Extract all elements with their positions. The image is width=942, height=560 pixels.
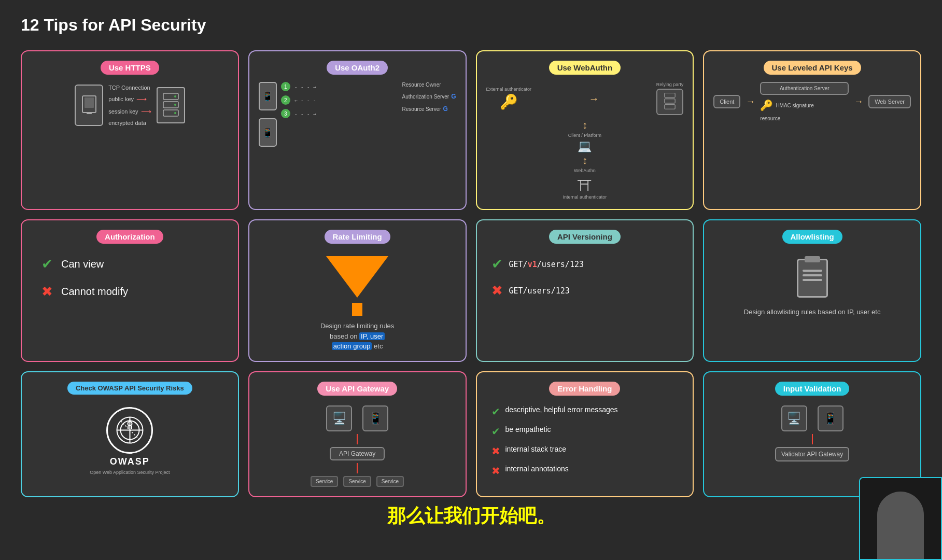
phone-icon-2: 📱 bbox=[259, 118, 277, 147]
svg-rect-10 bbox=[665, 99, 675, 103]
clipboard-icon bbox=[797, 259, 828, 298]
oauth2-servers: Resource Owner Authorization Server G Re… bbox=[402, 82, 456, 113]
iv-icon-2: 📱 bbox=[818, 405, 843, 431]
auth-server: Authorization Server G bbox=[402, 93, 456, 100]
gw-top-icons: 🖥️ 📱 bbox=[326, 405, 388, 431]
webcam-overlay bbox=[859, 477, 942, 560]
error-item-1: ✔ descriptive, helpful error messages bbox=[491, 405, 679, 418]
version-list: ✔ GET/v1/users/123 ✖ GET/users/123 bbox=[486, 251, 684, 304]
wa-external: External authenticator 🔑 bbox=[486, 87, 532, 110]
sessionkey-arrow: ⟶ bbox=[141, 107, 151, 116]
ak-key-icon: 🔑 bbox=[760, 99, 773, 111]
subtitle: 那么让我们开始吧。 bbox=[387, 503, 555, 529]
card-apigateway: Use API Gateway 🖥️ 📱 API Gateway Service… bbox=[248, 371, 467, 497]
wa-arrow-down: ↕ bbox=[582, 119, 587, 131]
gw-icon-1: 🖥️ bbox=[326, 405, 352, 431]
svg-point-6 bbox=[174, 95, 176, 97]
error-text-4: internal annotations bbox=[505, 465, 569, 473]
card-title-oauth2: Use OAuth2 bbox=[327, 61, 388, 75]
apikeys-diagram: Client → Authentication Server 🔑 HMAC si… bbox=[713, 82, 911, 121]
iv-icon-1: 🖥️ bbox=[781, 405, 807, 431]
wa-relying-server bbox=[656, 89, 684, 115]
step-circle-2: 2 bbox=[281, 95, 290, 105]
ak-authserver-label: Authentication Server bbox=[780, 86, 829, 91]
version-good-text: GET/v1/users/123 bbox=[509, 260, 584, 269]
wa-key-icon: 🔑 bbox=[486, 93, 532, 110]
page-title: 12 Tips for API Security bbox=[21, 16, 921, 35]
gw-service-2: Service bbox=[343, 476, 371, 487]
gw-line-top bbox=[357, 434, 358, 444]
auth-item-view: ✔ Can view bbox=[41, 256, 229, 272]
card-title-apikeys: Use Leveled API Keys bbox=[764, 61, 861, 75]
auth-list: ✔ Can view ✖ Cannot modify bbox=[31, 256, 229, 300]
step-circle-3: 3 bbox=[281, 109, 290, 118]
svg-rect-1 bbox=[85, 97, 94, 108]
iv-validator-box: Validator API Gateway bbox=[775, 447, 849, 461]
check-icon-version: ✔ bbox=[491, 256, 503, 272]
gw-service-3: Service bbox=[376, 476, 404, 487]
resource-server: Resource Server G bbox=[402, 105, 456, 113]
card-title-webauthn: Use WebAuthn bbox=[549, 61, 621, 75]
card-title-https: Use HTTPS bbox=[101, 61, 159, 75]
card-authorization: Authorization ✔ Can view ✖ Cannot modify bbox=[21, 219, 239, 362]
svg-rect-2 bbox=[87, 113, 92, 114]
step-1: 1 - - - → bbox=[281, 82, 398, 91]
step-circle-1: 1 bbox=[281, 82, 290, 91]
card-errorhandling: Error Handling ✔ descriptive, helpful er… bbox=[476, 371, 694, 497]
version-item-good: ✔ GET/v1/users/123 bbox=[491, 256, 679, 272]
card-title-inputval: Input Validation bbox=[775, 382, 850, 396]
owasp-sub: Open Web Application Security Project bbox=[90, 470, 170, 475]
card-use-https: Use HTTPS TCP Connection public key ⟶ se… bbox=[21, 50, 239, 210]
wa-middle: ↕ Client / Platform 💻 ↕ WebAuthn bbox=[568, 119, 601, 173]
ak-middle: Authentication Server 🔑 HMAC signature r… bbox=[760, 82, 849, 121]
https-labels: TCP Connection public key ⟶ session key … bbox=[108, 85, 151, 126]
https-diagram: TCP Connection public key ⟶ session key … bbox=[31, 85, 229, 126]
rate-text: Design rate limiting rulesbased on IP, u… bbox=[320, 321, 394, 352]
svg-rect-11 bbox=[665, 105, 675, 109]
funnel-shape bbox=[326, 256, 388, 298]
wa-arrow-down2: ↕ bbox=[582, 155, 587, 166]
ak-webserver-label: Web Server bbox=[875, 99, 905, 105]
check-error-1: ✔ bbox=[491, 405, 500, 418]
card-title-gateway: Use API Gateway bbox=[317, 382, 397, 396]
card-allowlisting: Allowlisting Design allowlisting rules b… bbox=[703, 219, 921, 362]
ak-arrow1: → bbox=[746, 96, 755, 107]
cross-icon-version: ✖ bbox=[491, 283, 503, 299]
step2-arrow: ← - - - bbox=[294, 97, 316, 103]
ak-resource-label: resource bbox=[760, 116, 849, 121]
pubkey-arrow: ⟶ bbox=[136, 95, 147, 103]
tcp-label: TCP Connection bbox=[108, 85, 150, 91]
wa-external-label: External authenticator bbox=[486, 87, 532, 92]
gw-gateway-box: API Gateway bbox=[330, 447, 385, 460]
auth-text-modify: Cannot modify bbox=[61, 286, 128, 298]
iv-top-icons: 🖥️ 📱 bbox=[781, 405, 843, 431]
funnel-bottom bbox=[352, 303, 362, 316]
check-error-2: ✔ bbox=[491, 425, 500, 438]
owasp-text: OWASP bbox=[110, 456, 150, 467]
owasp-circle bbox=[106, 407, 153, 454]
oauth2-phones: 📱 📱 bbox=[259, 82, 277, 147]
clipboard-lines bbox=[798, 260, 826, 284]
gateway-diagram: 🖥️ 📱 API Gateway Service Service Service bbox=[259, 405, 456, 487]
encdata-label: encrypted data bbox=[108, 120, 146, 126]
version-bad-text: GET/users/123 bbox=[509, 286, 570, 296]
ak-hmac-row: 🔑 HMAC signature bbox=[760, 99, 849, 111]
card-title-allowlist: Allowlisting bbox=[782, 230, 842, 244]
iv-diagram: 🖥️ 📱 Validator API Gateway bbox=[713, 405, 911, 461]
error-item-4: ✖ internal annotations bbox=[491, 465, 679, 477]
error-list: ✔ descriptive, helpful error messages ✔ … bbox=[486, 403, 684, 480]
wa-laptop-icon: 💻 bbox=[578, 139, 592, 153]
server-icon bbox=[157, 87, 185, 123]
step-2: 2 ← - - - bbox=[281, 95, 398, 105]
oauth2-steps: 1 - - - → 2 ← - - - 3 - - - → bbox=[277, 82, 402, 118]
gw-services: Service Service Service bbox=[311, 476, 404, 487]
card-owasp: Check OWASP API Security Risks OWASP Ope… bbox=[21, 371, 239, 497]
card-webauthn: Use WebAuthn External authenticator 🔑 → … bbox=[476, 50, 694, 210]
ak-authserver: Authentication Server bbox=[760, 82, 849, 95]
ak-client-label: Client bbox=[720, 99, 734, 105]
wa-label: WebAuthn bbox=[574, 168, 596, 173]
v1-highlight: v1 bbox=[528, 260, 537, 269]
card-oauth2: Use OAuth2 📱 📱 1 - - - → 2 ← - - - 3 - -… bbox=[248, 50, 467, 210]
resource-owner: Resource Owner bbox=[402, 82, 456, 88]
card-title-owasp: Check OWASP API Security Risks bbox=[67, 382, 192, 395]
